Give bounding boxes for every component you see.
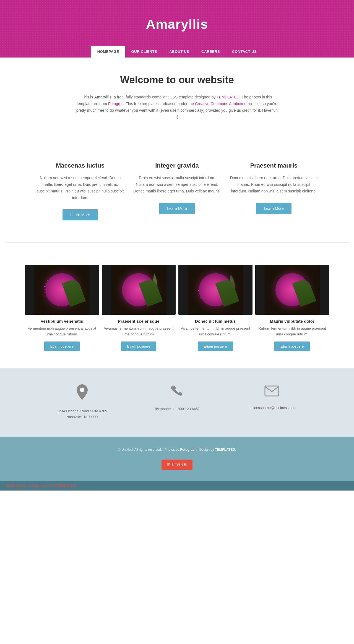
svg-line-8 — [58, 286, 71, 290]
svg-line-28 — [52, 277, 58, 290]
svg-rect-31 — [111, 265, 166, 315]
welcome-text: This is Amaryllis, a free, fully standar… — [75, 94, 279, 120]
svg-line-88 — [207, 277, 213, 290]
svg-line-111 — [278, 289, 292, 297]
footer-templated-link[interactable]: TEMPLATED — [215, 448, 235, 452]
learn-more-button-3[interactable]: Learn More — [256, 203, 291, 214]
svg-line-116 — [280, 279, 292, 289]
svg-point-60 — [133, 285, 141, 293]
svg-line-66 — [213, 281, 223, 290]
gallery-title-1: Vestibulum venenatis — [25, 319, 99, 324]
nav-contact-us[interactable]: CONTACT US — [226, 46, 263, 58]
svg-line-12 — [58, 290, 68, 299]
svg-line-73 — [213, 290, 221, 302]
svg-line-85 — [200, 283, 213, 290]
svg-line-77 — [210, 290, 213, 304]
download-button[interactable]: 前往下载模板 — [162, 460, 192, 470]
welcome-section: Welcome to our website This is Amaryllis… — [64, 58, 290, 131]
svg-point-30 — [54, 286, 61, 293]
contact-address: 1234 Fictional Road Suite #789 Nashville… — [39, 384, 125, 420]
svg-line-21 — [46, 290, 58, 296]
svg-line-54 — [123, 285, 137, 289]
svg-line-22 — [44, 290, 58, 293]
contact-phone: Telephone: +1 800 123 4657 — [134, 384, 220, 420]
cc-link[interactable]: Creative Commons Attribution — [195, 101, 246, 106]
templated-link[interactable]: TEMPLATED — [217, 95, 240, 99]
etiam-button-1[interactable]: Etiam posuere — [44, 341, 80, 351]
etiam-button-3[interactable]: Etiam posuere — [198, 341, 233, 351]
svg-line-48 — [131, 289, 137, 303]
svg-line-63 — [213, 276, 215, 290]
gallery-title-2: Praesent scelerisque — [102, 319, 176, 324]
svg-line-15 — [58, 290, 61, 303]
svg-line-72 — [213, 290, 223, 300]
feature-desc-2: Proin eu wisi suscipit nulla suscipit in… — [133, 175, 221, 194]
svg-line-89 — [210, 276, 213, 290]
svg-rect-91 — [264, 265, 320, 315]
svg-line-55 — [124, 282, 137, 289]
svg-line-29 — [55, 276, 58, 290]
svg-line-35 — [137, 277, 146, 289]
learn-more-button-2[interactable]: Learn More — [159, 203, 195, 214]
svg-line-52 — [123, 289, 137, 293]
svg-line-56 — [126, 279, 137, 289]
svg-line-75 — [213, 290, 215, 304]
gallery-title-3: Donec dictum metus — [178, 319, 253, 324]
svg-line-19 — [50, 290, 58, 301]
svg-line-20 — [48, 290, 58, 299]
svg-rect-0 — [34, 265, 90, 315]
feature-title-2: Integer gravida — [133, 162, 221, 169]
gallery-item-3: Donec dictum metus Vivamus fermentum nib… — [178, 265, 253, 354]
flower-image-1 — [25, 265, 99, 315]
site-footer: © Untitled. All rights reserved. | Photo… — [0, 437, 354, 481]
brand-name: Amaryllis — [94, 95, 111, 99]
svg-line-42 — [137, 289, 149, 299]
svg-line-37 — [137, 282, 150, 289]
learn-more-button-1[interactable]: Learn More — [63, 209, 98, 220]
nav-careers[interactable]: CAREERS — [195, 46, 226, 58]
svg-line-47 — [134, 289, 137, 304]
email-icon — [229, 384, 315, 400]
svg-line-101 — [292, 289, 306, 297]
svg-line-45 — [137, 289, 140, 304]
svg-line-18 — [52, 290, 58, 303]
svg-line-27 — [50, 278, 58, 290]
svg-line-41 — [137, 289, 150, 296]
svg-line-26 — [48, 280, 58, 290]
feature-desc-3: Donec mattis libero eget urna. Duis pret… — [230, 175, 318, 194]
svg-line-49 — [128, 289, 137, 301]
gallery-desc-2: Vivamus fermentum nibh in augue praesent… — [102, 326, 176, 337]
gallery-grid: Vestibulum venenatis Fermentum nibh augu… — [25, 265, 329, 354]
features-section: Maecenas luctus Nullam non wisi a sem se… — [25, 148, 329, 234]
svg-rect-61 — [188, 265, 243, 315]
svg-line-33 — [137, 274, 140, 289]
phone-icon — [134, 384, 220, 401]
svg-line-107 — [289, 289, 292, 305]
footer-fotograph-link[interactable]: Fotograph — [180, 448, 197, 452]
svg-point-90 — [209, 287, 216, 294]
gallery-item-2: Praesent scelerisque Vivamus fermentum n… — [102, 265, 176, 354]
gallery-section: Vestibulum venenatis Fermentum nibh augu… — [0, 251, 354, 368]
svg-line-40 — [137, 289, 152, 293]
welcome-title: Welcome to our website — [75, 74, 279, 86]
nav-homepage[interactable]: HOMEPAGE — [91, 46, 125, 58]
feature-col-1: Maecenas luctus Nullam non wisi a sem se… — [36, 162, 124, 220]
svg-line-79 — [204, 290, 213, 302]
etiam-button-4[interactable]: Etiam posuere — [274, 341, 310, 351]
svg-line-102 — [292, 289, 304, 300]
nav-our-clients[interactable]: OUR CLIENTS — [125, 46, 163, 58]
svg-line-57 — [128, 277, 137, 289]
svg-line-36 — [137, 279, 149, 289]
etiam-button-2[interactable]: Etiam posuere — [121, 341, 156, 351]
svg-line-14 — [58, 290, 63, 303]
svg-line-100 — [292, 289, 308, 293]
fotogrph-link[interactable]: Fotogrph — [108, 101, 124, 106]
svg-line-5 — [58, 278, 66, 290]
feature-col-2: Integer gravida Proin eu wisi suscipit n… — [133, 162, 221, 220]
email-text: businessname@business.com — [229, 405, 315, 411]
svg-line-87 — [204, 278, 213, 290]
svg-line-115 — [278, 282, 292, 289]
contact-section: 1234 Fictional Road Suite #789 Nashville… — [0, 368, 354, 437]
svg-point-121 — [80, 388, 84, 392]
nav-about-us[interactable]: ABOUT US — [163, 46, 195, 58]
